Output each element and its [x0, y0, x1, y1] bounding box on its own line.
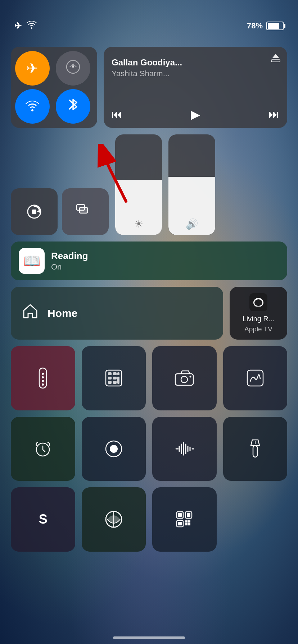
- reading-label: Reading: [51, 250, 88, 262]
- airplay-icon[interactable]: [271, 53, 281, 66]
- brightness-icon: ☀: [134, 218, 143, 230]
- shazam-button[interactable]: S: [11, 487, 75, 552]
- icon-grid-row2: [11, 417, 287, 481]
- svg-rect-13: [113, 372, 117, 375]
- apple-tv-block[interactable]: Living R... Apple TV: [230, 287, 287, 340]
- remote-button[interactable]: [11, 346, 75, 410]
- control-center: ✈: [11, 47, 287, 558]
- bluetooth-button[interactable]: [56, 89, 90, 124]
- home-label: Home: [48, 307, 77, 319]
- status-bar: ✈ 78%: [0, 18, 298, 34]
- sliders: ☀ 🔊: [115, 134, 287, 235]
- volume-icon: 🔊: [186, 218, 198, 230]
- media-title: Gallan Goodiya...: [112, 58, 279, 68]
- svg-rect-47: [188, 520, 190, 523]
- appletv-room: Living R...: [243, 315, 275, 323]
- svg-point-8: [42, 376, 44, 378]
- icon-grid-row1: [11, 346, 287, 410]
- svg-point-21: [181, 376, 188, 383]
- play-button[interactable]: ▶: [191, 107, 200, 121]
- volume-slider[interactable]: 🔊: [168, 134, 215, 235]
- middle-row: ☀ 🔊: [11, 134, 287, 235]
- svg-point-7: [42, 373, 44, 375]
- reading-status: On: [51, 262, 88, 272]
- cellular-icon: [65, 59, 81, 78]
- reading-text: Reading On: [51, 250, 88, 272]
- reading-icon: 📖: [19, 248, 45, 274]
- svg-rect-3: [32, 210, 36, 214]
- battery-icon: [266, 22, 284, 30]
- bluetooth-icon: [68, 96, 78, 117]
- svg-rect-15: [113, 377, 117, 380]
- battery-percent: 78%: [247, 21, 263, 31]
- media-artist: Yashita Sharm...: [112, 69, 279, 78]
- alarm-button[interactable]: [11, 417, 75, 481]
- connectivity-block[interactable]: ✈: [11, 47, 97, 128]
- svg-rect-18: [117, 372, 119, 375]
- svg-rect-48: [185, 523, 188, 525]
- accessibility-button[interactable]: [82, 487, 146, 552]
- cellular-button[interactable]: [56, 51, 90, 86]
- previous-track-button[interactable]: ⏮: [112, 108, 122, 120]
- svg-rect-46: [185, 520, 188, 523]
- wifi-icon: [27, 21, 37, 31]
- home-row: Home Living R... Apple TV: [11, 287, 287, 340]
- svg-rect-44: [187, 513, 190, 517]
- small-buttons: [11, 188, 109, 235]
- svg-rect-19: [117, 377, 119, 384]
- airplane-mode-button[interactable]: ✈: [15, 51, 50, 86]
- reading-mode-block[interactable]: 📖 Reading On: [11, 242, 287, 280]
- svg-rect-20: [175, 374, 193, 385]
- status-left: ✈: [14, 21, 37, 31]
- airplane-icon: ✈: [14, 21, 22, 31]
- wifi-button[interactable]: [15, 89, 50, 124]
- svg-rect-49: [188, 523, 190, 525]
- svg-point-10: [42, 383, 44, 386]
- screen-record-button[interactable]: [82, 417, 146, 481]
- svg-point-9: [42, 380, 44, 382]
- svg-marker-51: [99, 147, 107, 152]
- svg-rect-5: [80, 207, 87, 213]
- airplane-btn-icon: ✈: [26, 60, 39, 77]
- calculator-button[interactable]: [82, 346, 146, 410]
- appletv-logo: [249, 293, 267, 311]
- svg-point-26: [110, 445, 118, 453]
- status-right: 78%: [247, 21, 284, 31]
- appletv-name: Apple TV: [244, 325, 272, 333]
- wifi-btn-icon: [23, 98, 41, 115]
- svg-rect-16: [108, 381, 112, 384]
- svg-rect-14: [108, 377, 112, 380]
- camera-button[interactable]: [152, 346, 217, 410]
- svg-rect-35: [253, 446, 257, 457]
- home-indicator: [113, 636, 185, 639]
- svg-rect-17: [113, 381, 117, 384]
- soundwave-button[interactable]: [152, 417, 217, 481]
- next-track-button[interactable]: ⏭: [268, 108, 279, 120]
- svg-point-1: [72, 66, 74, 68]
- flashlight-button[interactable]: [223, 417, 288, 481]
- media-controls: ⏮ ▶ ⏭: [112, 107, 279, 121]
- home-button[interactable]: Home: [11, 287, 223, 340]
- svg-point-22: [190, 376, 191, 378]
- red-arrow-indicator: [97, 144, 140, 205]
- svg-rect-45: [178, 522, 182, 525]
- rotation-lock-button[interactable]: [11, 188, 58, 235]
- top-row: ✈: [11, 47, 287, 128]
- media-player[interactable]: Gallan Goodiya... Yashita Sharm... ⏮ ▶ ⏭: [104, 47, 287, 128]
- svg-rect-43: [178, 513, 182, 517]
- home-icon: [21, 302, 40, 325]
- icon-grid-row3: S: [11, 487, 287, 552]
- qrcode-button[interactable]: [152, 487, 217, 552]
- svg-rect-12: [108, 372, 112, 375]
- signature-button[interactable]: [223, 346, 288, 410]
